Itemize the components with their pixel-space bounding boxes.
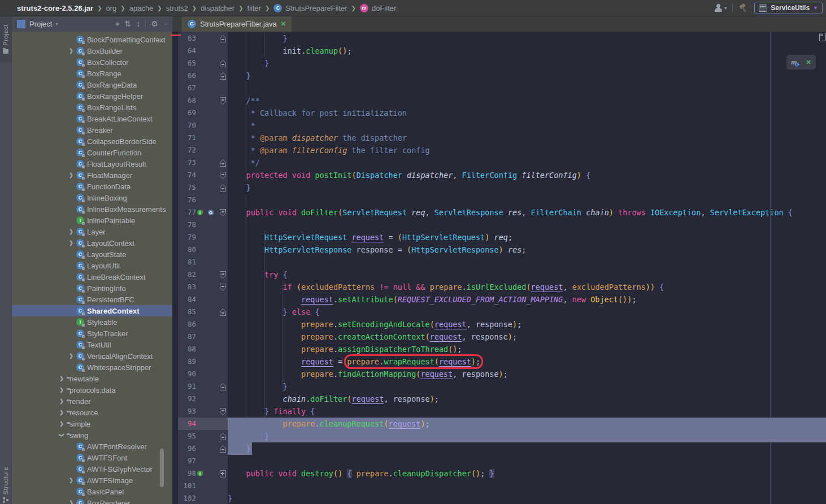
editor-corner-icon[interactable] [819, 33, 826, 41]
fold-marker-icon[interactable] [220, 184, 226, 192]
expand-all-icon[interactable]: ⇅ [125, 20, 132, 28]
close-icon[interactable]: ✕ [806, 59, 811, 66]
tree-item-BoxRange[interactable]: CBoxRange [11, 68, 172, 79]
code-text[interactable]: } [228, 380, 288, 393]
tree-item-InlineBoxing[interactable]: CInlineBoxing [11, 192, 172, 203]
project-panel-title[interactable]: Project [29, 20, 52, 28]
fold-marker-icon[interactable] [220, 60, 226, 67]
code-text[interactable]: * [228, 119, 255, 132]
code-text[interactable]: prepare.assignDispatcherToThread(); [228, 343, 462, 355]
code-text[interactable]: public void destroy() { prepare.cleanupD… [228, 467, 494, 480]
editor-tab[interactable]: C StrutsPrepareFilter.java ✕ [182, 16, 292, 32]
tree-item-swing[interactable]: ❯swing [11, 429, 172, 441]
code-text[interactable]: protected void postInit(Dispatcher dispa… [228, 169, 590, 181]
tree-chevron-icon[interactable]: ❯ [56, 421, 67, 427]
tree-chevron-icon[interactable]: ❯ [56, 398, 67, 404]
code-text[interactable]: try { [228, 268, 288, 281]
tree-item-BoxRangeHelper[interactable]: CBoxRangeHelper [11, 90, 172, 102]
code-text[interactable]: public void doFilter(ServletRequest req,… [228, 206, 793, 219]
tree-chevron-icon[interactable]: ❯ [56, 376, 67, 381]
breadcrumb-item[interactable]: org [106, 4, 117, 12]
tree-item-render[interactable]: ❯render [11, 396, 172, 407]
overrides-marker-icon[interactable]: I↑ [197, 208, 206, 216]
code-text[interactable]: init.cleanup(); [228, 45, 352, 57]
tree-item-LayoutContext[interactable]: ❯CLayoutContext [11, 237, 172, 249]
tree-item-CounterFunction[interactable]: CCounterFunction [11, 147, 172, 158]
breadcrumb-item[interactable]: CStrutsPrepareFilter [273, 4, 347, 12]
tree-chevron-icon[interactable]: ❯ [56, 410, 67, 415]
fold-marker-icon[interactable] [220, 445, 226, 453]
project-scrollbar-thumb[interactable] [160, 449, 164, 487]
locate-icon[interactable]: ⌖ [115, 20, 120, 28]
fold-marker-icon[interactable] [220, 35, 226, 42]
tree-item-BoxRangeData[interactable]: CBoxRangeData [11, 79, 172, 90]
tree-chevron-icon[interactable]: ❯ [66, 240, 76, 246]
tree-item-LayoutUtil[interactable]: CLayoutUtil [11, 260, 172, 271]
tree-item-Layer[interactable]: ❯CLayer [11, 226, 172, 237]
settings-gear-icon[interactable]: ⚙ [151, 20, 158, 28]
tree-chevron-icon[interactable]: ❯ [59, 430, 64, 440]
tree-item-BoxBuilder[interactable]: ❯CBoxBuilder [11, 45, 172, 57]
fold-marker-icon[interactable] [220, 470, 226, 477]
code-text[interactable]: } finally { [228, 405, 315, 418]
tree-item-VerticalAlignContext[interactable]: ❯CVerticalAlignContext [11, 350, 172, 362]
code-text[interactable]: prepare.setEncodingAndLocale(request, re… [228, 318, 521, 331]
tree-item-FunctionData[interactable]: CFunctionData [11, 181, 172, 192]
tree-item-BoxCollector[interactable]: CBoxCollector [11, 57, 172, 68]
tree-item-protocols.data[interactable]: ❯protocols.data [11, 384, 172, 396]
stripe-project-button[interactable]: Project [0, 16, 11, 62]
gutter-method-icons[interactable]: I↑O↓ [197, 208, 216, 216]
tree-item-BoxRenderer[interactable]: ❯CBoxRenderer [11, 497, 172, 504]
tree-item-StyleTracker[interactable]: CStyleTracker [11, 328, 172, 339]
tree-item-WhitespaceStripper[interactable]: CWhitespaceStripper [11, 362, 172, 373]
maven-reload-icon[interactable]: m⟳ [791, 58, 797, 67]
code-area[interactable]: 63 }64 init.cleanup();65 }66 }6768 /**69… [172, 32, 826, 504]
code-text[interactable]: } else { [228, 306, 320, 318]
fold-marker-icon[interactable] [220, 408, 226, 415]
tree-item-SharedContext[interactable]: CSharedContext [11, 305, 172, 316]
tree-item-BlockFormattingContext[interactable]: CBlockFormattingContext [11, 34, 172, 45]
fold-marker-icon[interactable] [220, 72, 226, 80]
tree-item-BreakAtLineContext[interactable]: CBreakAtLineContext [11, 113, 172, 124]
tree-item-newtable[interactable]: ❯newtable [11, 373, 172, 384]
tree-item-PersistentBFC[interactable]: CPersistentBFC [11, 294, 172, 305]
breadcrumb-item[interactable]: struts2-core-2.5.26.jar [17, 4, 93, 12]
fold-marker-icon[interactable] [220, 209, 226, 216]
code-text[interactable]: } [228, 442, 251, 455]
breadcrumb-item[interactable]: dispatcher [201, 4, 234, 12]
fold-marker-icon[interactable] [220, 433, 226, 440]
fold-marker-icon[interactable] [220, 383, 226, 390]
tree-item-PaintingInfo[interactable]: CPaintingInfo [11, 283, 172, 294]
code-text[interactable]: * @param dispatcher the dispatcher [228, 132, 407, 144]
tree-item-Breaker[interactable]: CBreaker [11, 124, 172, 136]
code-text[interactable]: /** [228, 94, 260, 107]
tree-item-AWTFSImage[interactable]: ❯CAWTFSImage [11, 475, 172, 486]
code-text[interactable]: prepare.cleanupRequest(request); [228, 418, 430, 430]
fold-marker-icon[interactable] [220, 271, 226, 279]
code-text[interactable]: * @param filterConfig the filter config [228, 144, 430, 157]
tree-chevron-icon[interactable]: ❯ [66, 229, 76, 234]
tree-item-simple[interactable]: ❯simple [11, 418, 172, 429]
tree-item-FloatLayoutResult[interactable]: CFloatLayoutResult [11, 158, 172, 170]
code-text[interactable]: } [228, 430, 269, 442]
collapse-all-icon[interactable]: ↕ [136, 20, 140, 28]
hide-panel-icon[interactable]: − [163, 20, 168, 28]
tree-item-LayoutState[interactable]: CLayoutState [11, 249, 172, 260]
run-configuration-select[interactable]: ServiceUtils ▼ [754, 2, 823, 14]
breadcrumb-item[interactable]: struts2 [166, 4, 188, 12]
vcs-user-button[interactable]: ▾ [714, 4, 727, 12]
tree-chevron-icon[interactable]: ❯ [66, 353, 76, 359]
code-text[interactable]: } [228, 57, 269, 69]
tree-item-AWTFSGlyphVector[interactable]: CAWTFSGlyphVector [11, 463, 172, 475]
code-text[interactable]: prepare.findActionMapping(request, respo… [228, 368, 508, 380]
code-text[interactable]: * Callback for post initialization [228, 107, 407, 119]
code-text[interactable]: } [228, 69, 251, 82]
fold-marker-icon[interactable] [220, 284, 226, 291]
stripe-structure-button[interactable]: Structure [0, 467, 11, 503]
build-hammer-icon[interactable] [738, 3, 749, 12]
tree-item-CollapsedBorderSide[interactable]: CCollapsedBorderSide [11, 136, 172, 147]
breadcrumb-item[interactable]: apache [129, 4, 154, 12]
code-text[interactable]: } [228, 492, 232, 504]
code-text[interactable]: HttpServletRequest request = (HttpServle… [228, 231, 512, 244]
tree-item-AWTFontResolver[interactable]: CAWTFontResolver [11, 441, 172, 452]
